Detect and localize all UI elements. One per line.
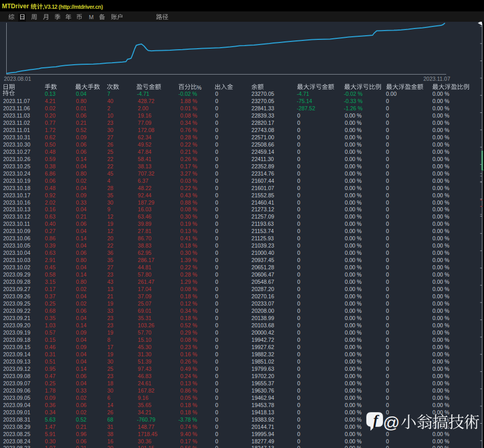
- svg-text:@: @: [384, 414, 400, 432]
